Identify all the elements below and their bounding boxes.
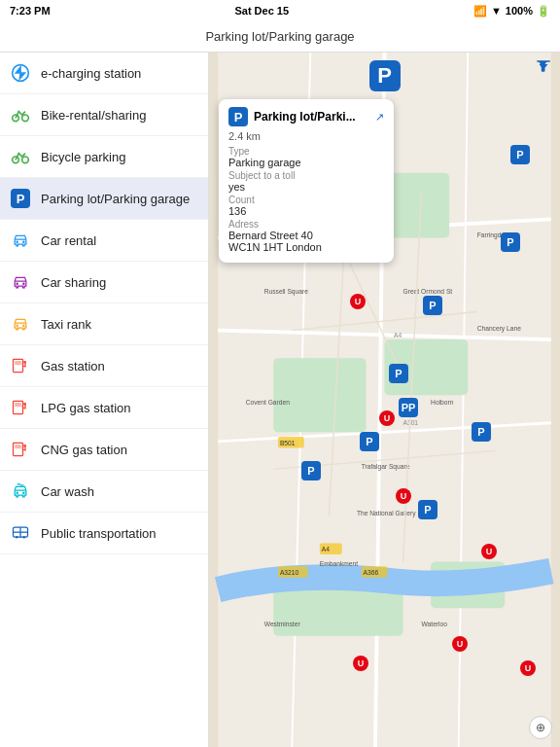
svg-rect-18 (23, 403, 26, 406)
popup-title: Parking lot/Parki... (254, 110, 369, 124)
compass: ⊕ (529, 716, 552, 739)
sidebar-label-cng-gas: CNG gas tation (41, 443, 127, 457)
sidebar-item-car-rental[interactable]: Car rental (0, 220, 208, 262)
svg-rect-21 (23, 445, 26, 447)
sidebar-icon-car-sharing (10, 271, 31, 293)
sidebar-item-e-charging[interactable]: e-charging station (0, 53, 208, 94)
sidebar-item-gas-station[interactable]: Gas station (0, 345, 208, 387)
parking-marker-3[interactable]: P (423, 296, 442, 315)
svg-point-2 (22, 115, 29, 122)
svg-text:B501: B501 (280, 440, 296, 446)
popup-ext-link[interactable]: ↗ (375, 111, 384, 124)
svg-point-12 (22, 324, 25, 327)
status-right: 📶 ▼ 100% 🔋 (473, 5, 550, 18)
filter-icon[interactable] (535, 58, 552, 81)
svg-point-26 (23, 536, 26, 539)
sidebar-icon-gas-station (10, 355, 31, 376)
svg-point-23 (22, 491, 25, 494)
parking-marker-5[interactable]: PP (399, 398, 418, 417)
svg-point-22 (16, 491, 18, 494)
parking-marker-1[interactable]: P (510, 145, 530, 164)
popup-p-icon: P (228, 107, 248, 126)
popup-card: P Parking lot/Parki... ↗ 2.4 km Type Par… (219, 99, 394, 263)
sidebar-label-taxi-rank: Taxi rank (41, 317, 91, 332)
svg-text:Westminster: Westminster (264, 621, 301, 627)
svg-point-9 (16, 282, 18, 285)
svg-rect-20 (15, 445, 21, 448)
parking-marker-2[interactable]: P (501, 232, 520, 252)
sidebar-item-parking-lot[interactable]: PParking lot/Parking garage (0, 178, 208, 220)
svg-text:Waterloo: Waterloo (422, 621, 448, 627)
sidebar-item-cng-gas[interactable]: CNG gas tation (0, 429, 208, 471)
sidebar-icon-lpg-gas (10, 397, 31, 418)
svg-rect-38 (273, 358, 366, 432)
status-day: Sat Dec 15 (234, 5, 289, 17)
sidebar-icon-cng-gas (10, 439, 31, 460)
status-time: 7:23 PM (10, 5, 51, 17)
sidebar-item-car-wash[interactable]: Car wash (0, 471, 208, 513)
parking-marker-6[interactable]: P (360, 432, 379, 451)
sidebar-icon-parking-lot: P (10, 188, 31, 209)
signal-icon: ▼ (491, 5, 502, 17)
popup-address-line1: Bernard Street 40 (228, 230, 384, 241)
parking-marker-8[interactable]: P (472, 422, 491, 442)
sidebar-icon-car-rental (10, 230, 31, 251)
svg-point-7 (16, 240, 18, 243)
sidebar-icon-taxi-rank (10, 313, 31, 335)
sidebar-icon-bicycle-parking (10, 146, 31, 167)
popup-type-value: Parking garage (228, 157, 384, 168)
svg-point-5 (22, 157, 29, 163)
sidebar-label-car-sharing: Car sharing (41, 275, 106, 290)
svg-text:A4: A4 (322, 546, 330, 552)
page-title: Parking lot/Parking garage (205, 29, 354, 44)
tube-marker: U (379, 410, 395, 426)
main-parking-marker: P (369, 60, 401, 91)
svg-text:Great Ormond St: Great Ormond St (403, 288, 453, 295)
svg-text:Chancery Lane: Chancery Lane (477, 325, 521, 333)
main-layout: e-charging stationBike-rental/sharingBic… (0, 53, 560, 747)
sidebar-label-lpg-gas: LPG gas station (41, 401, 131, 415)
popup-type-label: Type (228, 146, 384, 157)
tube-marker: U (350, 294, 366, 309)
svg-text:Embankment: Embankment (320, 560, 358, 567)
svg-text:A366: A366 (364, 569, 379, 576)
sidebar-item-bike-rental[interactable]: Bike-rental/sharing (0, 94, 208, 136)
sidebar: e-charging stationBike-rental/sharingBic… (0, 53, 209, 747)
popup-address-label: Adress (228, 219, 384, 230)
sidebar-item-car-sharing[interactable]: Car sharing (0, 262, 208, 303)
sidebar-item-bicycle-parking[interactable]: Bicycle parking (0, 136, 208, 178)
svg-point-6 (18, 153, 20, 155)
app-header: Parking lot/Parking garage (0, 21, 560, 53)
battery-icon: 🔋 (537, 5, 550, 18)
svg-text:Trafalgar Square: Trafalgar Square (362, 463, 410, 471)
popup-count-label: Count (228, 195, 384, 205)
svg-text:The National Gallery: The National Gallery (357, 510, 416, 517)
svg-point-11 (16, 324, 18, 327)
svg-text:Russell Square: Russell Square (264, 288, 308, 296)
sidebar-icon-e-charging (10, 62, 31, 84)
sidebar-label-bicycle-parking: Bicycle parking (41, 150, 125, 164)
sidebar-item-taxi-rank[interactable]: Taxi rank (0, 303, 208, 345)
sidebar-item-lpg-gas[interactable]: LPG gas station (0, 387, 208, 429)
svg-text:Holborn: Holborn (431, 399, 454, 406)
tube-marker: U (520, 660, 536, 676)
sidebar-label-gas-station: Gas station (41, 359, 105, 374)
parking-marker-7[interactable]: P (301, 461, 321, 480)
sidebar-item-public-transport[interactable]: Public transportation (0, 513, 208, 554)
sidebar-icon-public-transport (10, 522, 31, 544)
popup-toll-value: yes (228, 181, 384, 193)
sidebar-label-car-wash: Car wash (41, 484, 94, 499)
svg-text:A3210: A3210 (280, 569, 299, 576)
svg-point-10 (22, 282, 25, 285)
sidebar-icon-bike-rental (10, 104, 31, 125)
parking-marker-4[interactable]: P (389, 364, 408, 383)
svg-point-25 (16, 536, 18, 539)
popup-address-line2: WC1N 1HT London (228, 241, 384, 253)
popup-toll-label: Subject to a toll (228, 170, 384, 181)
svg-point-8 (22, 240, 25, 243)
parking-marker-9[interactable]: P (418, 500, 438, 519)
map-area[interactable]: A401 A4 A301 BRITISH MUSEUM Covent Garde… (209, 53, 560, 747)
tube-marker: U (452, 636, 468, 652)
battery-label: 100% (506, 5, 533, 17)
svg-text:Covent Garden: Covent Garden (246, 399, 290, 406)
